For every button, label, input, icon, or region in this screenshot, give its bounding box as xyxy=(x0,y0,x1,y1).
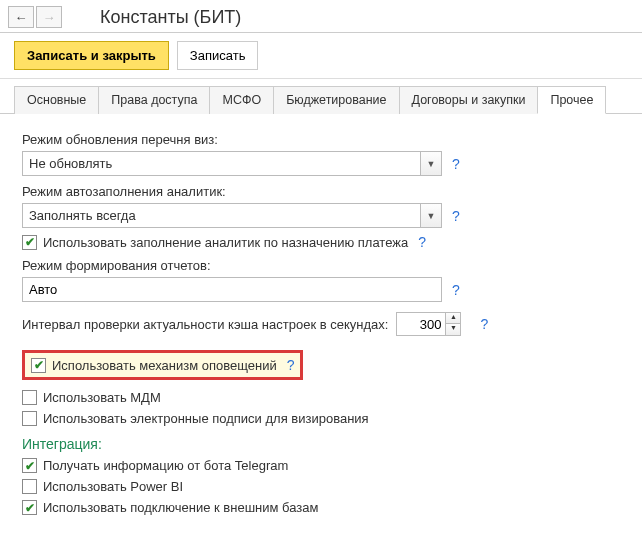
fill-by-payment-label: Использовать заполнение аналитик по назн… xyxy=(43,235,408,250)
save-close-button[interactable]: Записать и закрыть xyxy=(14,41,169,70)
spinner-up-button[interactable]: ▲ xyxy=(446,313,460,324)
visa-mode-dropdown[interactable]: Не обновлять ▼ xyxy=(22,151,442,176)
visa-mode-dropdown-button[interactable]: ▼ xyxy=(420,151,442,176)
tab-other[interactable]: Прочее xyxy=(537,86,606,114)
use-mdm-label: Использовать МДМ xyxy=(43,390,161,405)
chevron-down-icon: ▼ xyxy=(427,159,436,169)
interval-input[interactable] xyxy=(396,312,446,336)
analytics-mode-dropdown[interactable]: Заполнять всегда ▼ xyxy=(22,203,442,228)
help-icon[interactable]: ? xyxy=(287,357,295,373)
use-notifications-checkbox[interactable] xyxy=(31,358,46,373)
save-button[interactable]: Записать xyxy=(177,41,259,70)
visa-mode-label: Режим обновления перечня виз: xyxy=(22,132,620,147)
chevron-down-icon: ▼ xyxy=(427,211,436,221)
fill-by-payment-checkbox[interactable] xyxy=(22,235,37,250)
spinner-down-button[interactable]: ▼ xyxy=(446,324,460,335)
interval-spinner[interactable]: ▲ ▼ xyxy=(396,312,468,336)
report-mode-input[interactable] xyxy=(22,277,442,302)
tab-budget[interactable]: Бюджетирование xyxy=(273,86,399,114)
ext-db-checkbox[interactable] xyxy=(22,500,37,515)
help-icon[interactable]: ? xyxy=(418,234,426,250)
analytics-mode-label: Режим автозаполнения аналитик: xyxy=(22,184,620,199)
use-esign-label: Использовать электронные подписи для виз… xyxy=(43,411,369,426)
nav-back-button[interactable]: ← xyxy=(8,6,34,28)
powerbi-checkbox[interactable] xyxy=(22,479,37,494)
highlight-notifications: Использовать механизм оповещений ? xyxy=(22,350,303,380)
help-icon[interactable]: ? xyxy=(452,282,460,298)
tab-ifrs[interactable]: МСФО xyxy=(209,86,274,114)
help-icon[interactable]: ? xyxy=(452,208,460,224)
use-notifications-label: Использовать механизм оповещений xyxy=(52,358,277,373)
powerbi-label: Использовать Power BI xyxy=(43,479,183,494)
tab-access[interactable]: Права доступа xyxy=(98,86,210,114)
visa-mode-value[interactable]: Не обновлять xyxy=(22,151,420,176)
telegram-label: Получать информацию от бота Telegram xyxy=(43,458,288,473)
report-mode-label: Режим формирования отчетов: xyxy=(22,258,620,273)
titlebar: ← → Константы (БИТ) xyxy=(0,0,642,33)
ext-db-label: Использовать подключение к внешним базам xyxy=(43,500,318,515)
help-icon[interactable]: ? xyxy=(452,156,460,172)
toolbar: Записать и закрыть Записать xyxy=(0,33,642,79)
use-esign-checkbox[interactable] xyxy=(22,411,37,426)
interval-label: Интервал проверки актуальности кэша наст… xyxy=(22,317,388,332)
tab-main[interactable]: Основные xyxy=(14,86,99,114)
analytics-mode-dropdown-button[interactable]: ▼ xyxy=(420,203,442,228)
tab-content: Режим обновления перечня виз: Не обновля… xyxy=(0,114,642,531)
help-icon[interactable]: ? xyxy=(480,316,488,332)
use-mdm-checkbox[interactable] xyxy=(22,390,37,405)
tabs: Основные Права доступа МСФО Бюджетирован… xyxy=(0,85,642,114)
tab-contracts[interactable]: Договоры и закупки xyxy=(399,86,539,114)
analytics-mode-value[interactable]: Заполнять всегда xyxy=(22,203,420,228)
telegram-checkbox[interactable] xyxy=(22,458,37,473)
integration-title: Интеграция: xyxy=(22,436,620,452)
page-title: Константы (БИТ) xyxy=(100,7,241,28)
nav-forward-button[interactable]: → xyxy=(36,6,62,28)
